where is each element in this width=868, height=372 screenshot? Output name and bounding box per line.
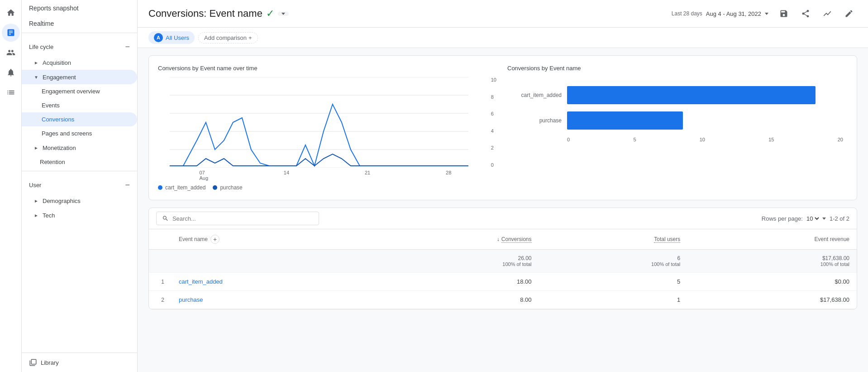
add-column-button[interactable]: + xyxy=(210,235,219,244)
bar-chart-title: Conversions by Event name xyxy=(507,65,848,72)
sidebar-item-demographics[interactable]: ► Demographics xyxy=(22,193,137,208)
bar-fill-purchase xyxy=(567,111,683,130)
page-title: Conversions: Event name ✓ xyxy=(148,8,289,19)
totals-row: 26.00 100% of total 6 100% of total $17,… xyxy=(149,250,857,273)
sidebar-item-conversions[interactable]: Conversions xyxy=(22,112,137,126)
col-conversions: ↓ Conversions xyxy=(371,229,539,250)
row-num-2: 2 xyxy=(149,291,172,309)
line-chart-title: Conversions by Event name over time xyxy=(158,65,498,72)
icon-bar xyxy=(0,0,22,372)
sidebar-item-engagement[interactable]: ▼ Engagement xyxy=(22,70,137,84)
analytics-icon[interactable] xyxy=(2,24,20,42)
col-event-name: Event name + xyxy=(172,229,371,250)
library-link[interactable]: Library xyxy=(22,353,137,372)
add-comparison-button[interactable]: Add comparison + xyxy=(198,32,258,43)
share-icon[interactable] xyxy=(797,5,814,22)
data-table: Event name + ↓ Conversions Total users xyxy=(149,229,857,309)
totals-label xyxy=(172,250,371,273)
acquisition-chevron-icon: ► xyxy=(33,59,40,66)
user-section-header: User − xyxy=(22,177,137,193)
event-link-purchase[interactable]: purchase xyxy=(179,296,203,303)
rows-per-page: Rows per page: 10 25 50 xyxy=(762,215,826,222)
sort-icon: ↓ xyxy=(497,236,500,242)
bar-label-purchase: purchase xyxy=(512,117,562,124)
demographics-chevron-icon: ► xyxy=(33,197,40,204)
row-num-1: 1 xyxy=(149,273,172,291)
all-users-avatar: A xyxy=(154,33,163,42)
sidebar-item-retention[interactable]: Retention xyxy=(22,155,137,169)
realtime-link[interactable]: Realtime xyxy=(22,16,137,31)
bar-row-cart: cart_item_added xyxy=(512,86,843,104)
event-name-2: purchase xyxy=(172,291,371,309)
bar-track-purchase xyxy=(567,111,843,130)
people-icon[interactable] xyxy=(2,43,20,62)
library-icon xyxy=(29,358,37,367)
title-chevron-icon xyxy=(281,13,285,15)
header-right: Last 28 days Aug 4 - Aug 31, 2022 xyxy=(672,5,857,22)
col-total-users: Total users xyxy=(539,229,688,250)
content-area: Conversions by Event name over time xyxy=(138,48,868,372)
line-chart-section: Conversions by Event name over time xyxy=(158,65,498,191)
monetization-chevron-icon: ► xyxy=(33,144,40,151)
sidebar-item-monetization[interactable]: ► Monetization xyxy=(22,140,137,155)
table-toolbar: Rows per page: 10 25 50 1-2 of 2 xyxy=(149,208,857,229)
tech-chevron-icon: ► xyxy=(33,212,40,219)
notification-icon[interactable] xyxy=(2,63,20,82)
revenue-1: $0.00 xyxy=(687,273,857,291)
date-selector[interactable]: Last 28 days Aug 4 - Aug 31, 2022 xyxy=(672,10,768,17)
sidebar: Reports snapshot Realtime Life cycle − ►… xyxy=(22,0,138,372)
main-content: Conversions: Event name ✓ Last 28 days A… xyxy=(138,0,868,372)
y-axis-labels: 10 8 6 4 2 0 xyxy=(489,77,498,168)
title-dropdown[interactable] xyxy=(278,12,289,16)
legend-cart-item-added: cart_item_added xyxy=(158,184,205,191)
table-row: 2 purchase 8.00 1 $17,638.00 xyxy=(149,291,857,309)
table-container: Rows per page: 10 25 50 1-2 of 2 xyxy=(148,208,857,309)
all-users-chip[interactable]: A All Users xyxy=(148,31,195,44)
conversions-1: 18.00 xyxy=(371,273,539,291)
rows-per-page-select[interactable]: 10 25 50 xyxy=(805,215,820,222)
table-row: 1 cart_item_added 18.00 5 $0.00 xyxy=(149,273,857,291)
lifecycle-collapse-icon[interactable]: − xyxy=(125,42,130,52)
search-box[interactable] xyxy=(156,212,319,225)
bar-label-cart: cart_item_added xyxy=(512,92,562,98)
bar-chart-section: Conversions by Event name cart_item_adde… xyxy=(507,65,848,191)
save-report-icon[interactable] xyxy=(776,5,792,22)
insights-icon[interactable] xyxy=(819,5,835,22)
sidebar-item-pages-and-screens[interactable]: Pages and screens xyxy=(22,126,137,140)
bar-chart-area: cart_item_added purchase 0 xyxy=(507,77,848,142)
charts-container: Conversions by Event name over time xyxy=(148,55,857,200)
totals-conversions: 26.00 100% of total xyxy=(371,250,539,273)
col-event-revenue: Event revenue xyxy=(687,229,857,250)
verified-icon: ✓ xyxy=(266,8,274,19)
line-chart-svg xyxy=(158,77,489,168)
rows-select-chevron xyxy=(822,217,826,220)
search-icon xyxy=(162,215,169,222)
sidebar-item-events[interactable]: Events xyxy=(22,98,137,112)
main-header: Conversions: Event name ✓ Last 28 days A… xyxy=(138,0,868,28)
legend-purchase-dot xyxy=(213,185,217,190)
legend-purchase: purchase xyxy=(213,184,242,191)
legend-cart-dot xyxy=(158,185,162,190)
event-link-cart[interactable]: cart_item_added xyxy=(179,278,223,285)
reports-snapshot-link[interactable]: Reports snapshot xyxy=(22,0,137,16)
filter-bar: A All Users Add comparison + xyxy=(138,28,868,48)
engagement-chevron-icon: ▼ xyxy=(33,73,40,81)
lifecycle-section-header: Life cycle − xyxy=(22,39,137,55)
sidebar-item-engagement-overview[interactable]: Engagement overview xyxy=(22,84,137,98)
bar-track-cart xyxy=(567,86,843,104)
search-input[interactable] xyxy=(172,215,313,222)
user-collapse-icon[interactable]: − xyxy=(125,180,130,190)
home-icon[interactable] xyxy=(2,4,20,22)
sidebar-item-tech[interactable]: ► Tech xyxy=(22,208,137,222)
header-icons xyxy=(776,5,857,22)
users-2: 1 xyxy=(539,291,688,309)
date-chevron-icon xyxy=(765,13,768,15)
edit-icon[interactable] xyxy=(841,5,857,22)
x-axis-labels: 07Aug 14 21 28 xyxy=(158,170,489,181)
list-icon[interactable] xyxy=(2,83,20,101)
conversions-2: 8.00 xyxy=(371,291,539,309)
totals-users: 6 100% of total xyxy=(539,250,688,273)
sidebar-item-acquisition[interactable]: ► Acquisition xyxy=(22,55,137,70)
bar-x-axis-labels: 0 5 10 15 20 xyxy=(512,137,843,142)
table-pagination: Rows per page: 10 25 50 1-2 of 2 xyxy=(762,215,849,222)
